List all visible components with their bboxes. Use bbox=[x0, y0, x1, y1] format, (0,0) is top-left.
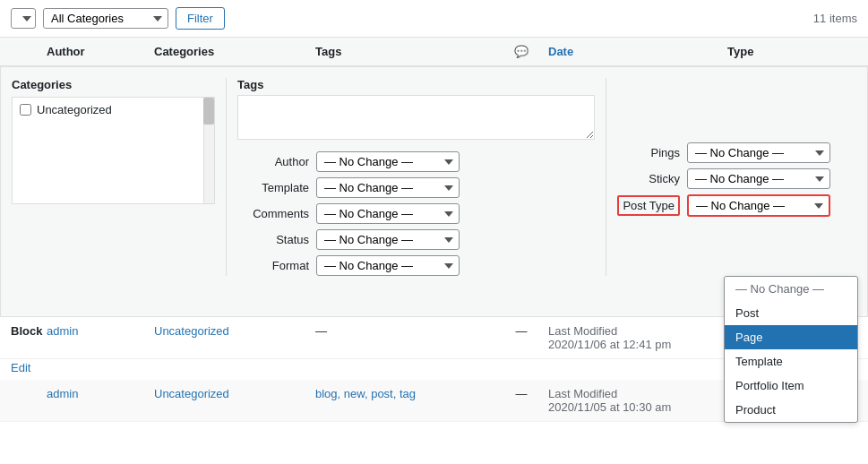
row-categories-link[interactable]: Uncategorized bbox=[154, 324, 229, 338]
template-field-label: Template bbox=[237, 181, 309, 194]
categories-filter-select[interactable]: All Categories bbox=[43, 8, 168, 29]
categories-section: Categories Uncategorized bbox=[12, 78, 227, 276]
dropdown-item-portfolio-item[interactable]: Portfolio Item bbox=[725, 374, 857, 398]
col-header-type: Type bbox=[727, 45, 857, 58]
sticky-select[interactable]: — No Change — bbox=[687, 168, 830, 189]
comments-select[interactable]: — No Change — bbox=[316, 203, 460, 224]
category-label-uncategorized: Uncategorized bbox=[37, 103, 112, 116]
dropdown-item-page[interactable]: Page bbox=[725, 325, 857, 349]
row-date-value: 2020/11/06 at 12:41 pm bbox=[548, 338, 727, 351]
format-select[interactable]: — No Change — bbox=[316, 255, 460, 276]
format-field-label: Format bbox=[237, 259, 309, 272]
tags-textarea[interactable] bbox=[237, 95, 595, 140]
row-tags-value: — bbox=[315, 324, 327, 338]
comment-icon: 💬 bbox=[514, 45, 529, 58]
comments-field-label: Comments bbox=[237, 207, 309, 220]
post-type-field-label: Post Type bbox=[617, 195, 680, 216]
row-categories: Uncategorized bbox=[154, 324, 315, 338]
scrollbar-thumb bbox=[203, 98, 214, 125]
status-field-label: Status bbox=[237, 233, 309, 246]
scrollbar-vertical[interactable] bbox=[203, 98, 214, 203]
category-item-uncategorized[interactable]: Uncategorized bbox=[20, 101, 207, 118]
bulk-action-select[interactable] bbox=[11, 8, 36, 29]
row-tags: — bbox=[315, 324, 494, 338]
row-date-label: Last Modified bbox=[548, 324, 727, 338]
status-select[interactable]: — No Change — bbox=[316, 229, 460, 250]
post-type-select[interactable]: — No Change — bbox=[687, 194, 830, 217]
row-type-badge: Block bbox=[11, 324, 47, 338]
tags-label: Tags bbox=[237, 78, 595, 91]
row-author-link-2[interactable]: admin bbox=[47, 387, 78, 400]
pings-select[interactable]: — No Change — bbox=[687, 142, 830, 163]
table-header: Author Categories Tags 💬 Date Type bbox=[0, 38, 868, 66]
row-categories-link-2[interactable]: Uncategorized bbox=[154, 387, 229, 400]
row-date-2: Last Modified 2020/11/05 at 10:30 am bbox=[548, 387, 727, 414]
fields-grid: Author — No Change — Template — No Chang… bbox=[237, 151, 595, 276]
post-type-dropdown: — No Change — Post Page Template Portfol… bbox=[724, 276, 858, 423]
dropdown-item-post[interactable]: Post bbox=[725, 301, 857, 325]
category-checkbox-uncategorized[interactable] bbox=[20, 104, 31, 116]
col-header-date[interactable]: Date bbox=[548, 45, 727, 58]
row-tags-link-2[interactable]: blog, new, post, tag bbox=[315, 387, 416, 400]
right-section: Pings — No Change — Sticky — No Change —… bbox=[606, 78, 856, 276]
row-author-2: admin bbox=[47, 387, 154, 400]
col-header-comments: 💬 bbox=[494, 45, 548, 58]
row-comment-2: — bbox=[494, 387, 548, 400]
pings-field-label: Pings bbox=[617, 146, 680, 159]
mid-section: Tags Author — No Change — Template — No … bbox=[227, 78, 606, 276]
row-date-label-2: Last Modified bbox=[548, 387, 727, 400]
author-field-label: Author bbox=[237, 155, 309, 168]
categories-scroll[interactable]: Uncategorized bbox=[12, 97, 215, 204]
row-author: admin bbox=[47, 324, 154, 338]
row-tags-2: blog, new, post, tag bbox=[315, 387, 494, 400]
sticky-field-label: Sticky bbox=[617, 172, 680, 185]
row-comment: — bbox=[494, 324, 548, 338]
template-select[interactable]: — No Change — bbox=[316, 177, 460, 198]
row-comment-value: — bbox=[516, 324, 528, 338]
bulk-edit-inner: Categories Uncategorized Tags bbox=[12, 78, 856, 276]
filter-bar: All Categories Filter 11 items bbox=[0, 0, 868, 38]
row-edit-link[interactable]: Edit bbox=[11, 361, 30, 374]
row-comment-value-2: — bbox=[516, 387, 528, 400]
author-select[interactable]: — No Change — bbox=[316, 151, 460, 172]
categories-scroll-inner: Uncategorized bbox=[13, 98, 214, 122]
dropdown-item-template[interactable]: Template bbox=[725, 349, 857, 374]
page-wrap: All Categories Filter 11 items Author Ca… bbox=[0, 0, 868, 464]
row-date: Last Modified 2020/11/06 at 12:41 pm bbox=[548, 324, 727, 351]
col-header-categories: Categories bbox=[154, 45, 315, 58]
row-author-link[interactable]: admin bbox=[47, 324, 78, 338]
categories-label: Categories bbox=[12, 78, 215, 91]
row-date-value-2: 2020/11/05 at 10:30 am bbox=[548, 400, 727, 414]
dropdown-item-product[interactable]: Product bbox=[725, 398, 857, 422]
filter-button[interactable]: Filter bbox=[176, 7, 225, 30]
col-header-author: Author bbox=[47, 45, 154, 58]
dropdown-item-no-change[interactable]: — No Change — bbox=[725, 277, 857, 301]
items-count: 11 items bbox=[813, 12, 857, 25]
right-fields: Pings — No Change — Sticky — No Change —… bbox=[617, 142, 856, 217]
col-header-tags: Tags bbox=[315, 45, 494, 58]
row-categories-2: Uncategorized bbox=[154, 387, 315, 400]
